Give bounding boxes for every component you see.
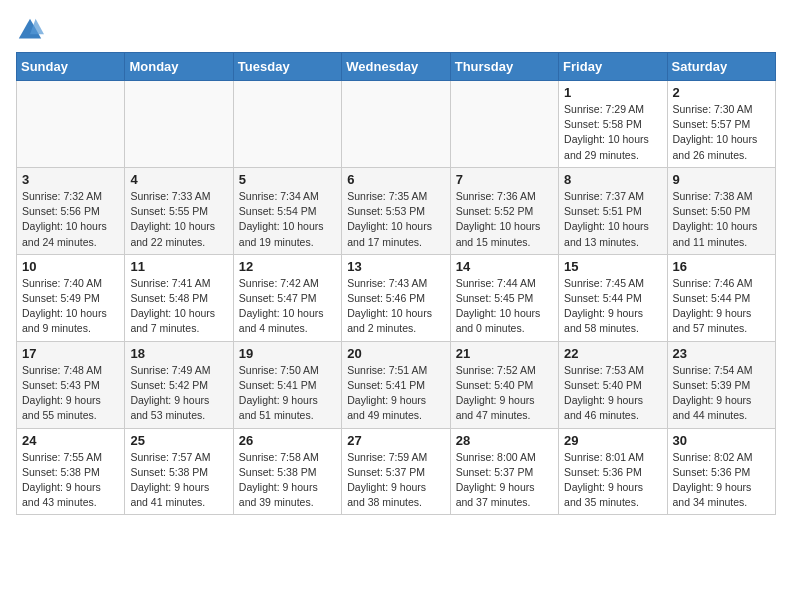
day-number: 30 — [673, 433, 770, 448]
day-info: Sunrise: 7:53 AM Sunset: 5:40 PM Dayligh… — [564, 363, 661, 424]
day-number: 10 — [22, 259, 119, 274]
day-number: 29 — [564, 433, 661, 448]
day-of-week-header: Monday — [125, 53, 233, 81]
day-info: Sunrise: 8:02 AM Sunset: 5:36 PM Dayligh… — [673, 450, 770, 511]
day-number: 26 — [239, 433, 336, 448]
day-number: 14 — [456, 259, 553, 274]
day-of-week-header: Friday — [559, 53, 667, 81]
day-info: Sunrise: 7:48 AM Sunset: 5:43 PM Dayligh… — [22, 363, 119, 424]
day-of-week-header: Wednesday — [342, 53, 450, 81]
day-info: Sunrise: 7:41 AM Sunset: 5:48 PM Dayligh… — [130, 276, 227, 337]
calendar-cell: 28Sunrise: 8:00 AM Sunset: 5:37 PM Dayli… — [450, 428, 558, 515]
day-number: 7 — [456, 172, 553, 187]
day-info: Sunrise: 8:00 AM Sunset: 5:37 PM Dayligh… — [456, 450, 553, 511]
day-number: 16 — [673, 259, 770, 274]
day-info: Sunrise: 8:01 AM Sunset: 5:36 PM Dayligh… — [564, 450, 661, 511]
day-number: 17 — [22, 346, 119, 361]
day-number: 28 — [456, 433, 553, 448]
calendar-cell: 6Sunrise: 7:35 AM Sunset: 5:53 PM Daylig… — [342, 167, 450, 254]
calendar-week-row: 10Sunrise: 7:40 AM Sunset: 5:49 PM Dayli… — [17, 254, 776, 341]
day-info: Sunrise: 7:58 AM Sunset: 5:38 PM Dayligh… — [239, 450, 336, 511]
day-info: Sunrise: 7:44 AM Sunset: 5:45 PM Dayligh… — [456, 276, 553, 337]
day-number: 3 — [22, 172, 119, 187]
day-number: 12 — [239, 259, 336, 274]
calendar-cell: 12Sunrise: 7:42 AM Sunset: 5:47 PM Dayli… — [233, 254, 341, 341]
day-info: Sunrise: 7:51 AM Sunset: 5:41 PM Dayligh… — [347, 363, 444, 424]
day-info: Sunrise: 7:29 AM Sunset: 5:58 PM Dayligh… — [564, 102, 661, 163]
day-number: 1 — [564, 85, 661, 100]
day-number: 18 — [130, 346, 227, 361]
calendar-cell: 21Sunrise: 7:52 AM Sunset: 5:40 PM Dayli… — [450, 341, 558, 428]
day-of-week-header: Tuesday — [233, 53, 341, 81]
day-number: 20 — [347, 346, 444, 361]
calendar-cell: 16Sunrise: 7:46 AM Sunset: 5:44 PM Dayli… — [667, 254, 775, 341]
calendar-cell: 4Sunrise: 7:33 AM Sunset: 5:55 PM Daylig… — [125, 167, 233, 254]
day-of-week-header: Thursday — [450, 53, 558, 81]
calendar-cell — [17, 81, 125, 168]
calendar-cell: 19Sunrise: 7:50 AM Sunset: 5:41 PM Dayli… — [233, 341, 341, 428]
day-number: 22 — [564, 346, 661, 361]
day-number: 4 — [130, 172, 227, 187]
calendar-cell: 7Sunrise: 7:36 AM Sunset: 5:52 PM Daylig… — [450, 167, 558, 254]
calendar-cell: 15Sunrise: 7:45 AM Sunset: 5:44 PM Dayli… — [559, 254, 667, 341]
day-number: 25 — [130, 433, 227, 448]
day-info: Sunrise: 7:57 AM Sunset: 5:38 PM Dayligh… — [130, 450, 227, 511]
day-info: Sunrise: 7:33 AM Sunset: 5:55 PM Dayligh… — [130, 189, 227, 250]
day-number: 11 — [130, 259, 227, 274]
calendar-cell — [450, 81, 558, 168]
day-number: 15 — [564, 259, 661, 274]
day-info: Sunrise: 7:52 AM Sunset: 5:40 PM Dayligh… — [456, 363, 553, 424]
day-info: Sunrise: 7:55 AM Sunset: 5:38 PM Dayligh… — [22, 450, 119, 511]
day-number: 21 — [456, 346, 553, 361]
calendar-cell — [233, 81, 341, 168]
day-info: Sunrise: 7:30 AM Sunset: 5:57 PM Dayligh… — [673, 102, 770, 163]
day-number: 5 — [239, 172, 336, 187]
day-info: Sunrise: 7:38 AM Sunset: 5:50 PM Dayligh… — [673, 189, 770, 250]
calendar-cell: 20Sunrise: 7:51 AM Sunset: 5:41 PM Dayli… — [342, 341, 450, 428]
day-number: 23 — [673, 346, 770, 361]
day-info: Sunrise: 7:46 AM Sunset: 5:44 PM Dayligh… — [673, 276, 770, 337]
calendar-table: SundayMondayTuesdayWednesdayThursdayFrid… — [16, 52, 776, 515]
calendar-cell — [342, 81, 450, 168]
day-info: Sunrise: 7:43 AM Sunset: 5:46 PM Dayligh… — [347, 276, 444, 337]
day-info: Sunrise: 7:36 AM Sunset: 5:52 PM Dayligh… — [456, 189, 553, 250]
calendar-cell: 13Sunrise: 7:43 AM Sunset: 5:46 PM Dayli… — [342, 254, 450, 341]
day-number: 2 — [673, 85, 770, 100]
day-number: 13 — [347, 259, 444, 274]
calendar-cell: 23Sunrise: 7:54 AM Sunset: 5:39 PM Dayli… — [667, 341, 775, 428]
calendar-cell: 17Sunrise: 7:48 AM Sunset: 5:43 PM Dayli… — [17, 341, 125, 428]
day-number: 9 — [673, 172, 770, 187]
day-number: 8 — [564, 172, 661, 187]
day-info: Sunrise: 7:34 AM Sunset: 5:54 PM Dayligh… — [239, 189, 336, 250]
day-of-week-header: Sunday — [17, 53, 125, 81]
calendar-cell: 25Sunrise: 7:57 AM Sunset: 5:38 PM Dayli… — [125, 428, 233, 515]
day-number: 19 — [239, 346, 336, 361]
calendar-week-row: 1Sunrise: 7:29 AM Sunset: 5:58 PM Daylig… — [17, 81, 776, 168]
day-info: Sunrise: 7:42 AM Sunset: 5:47 PM Dayligh… — [239, 276, 336, 337]
calendar-cell: 2Sunrise: 7:30 AM Sunset: 5:57 PM Daylig… — [667, 81, 775, 168]
day-number: 27 — [347, 433, 444, 448]
calendar-cell: 8Sunrise: 7:37 AM Sunset: 5:51 PM Daylig… — [559, 167, 667, 254]
day-info: Sunrise: 7:32 AM Sunset: 5:56 PM Dayligh… — [22, 189, 119, 250]
calendar-cell: 18Sunrise: 7:49 AM Sunset: 5:42 PM Dayli… — [125, 341, 233, 428]
calendar-week-row: 24Sunrise: 7:55 AM Sunset: 5:38 PM Dayli… — [17, 428, 776, 515]
day-info: Sunrise: 7:37 AM Sunset: 5:51 PM Dayligh… — [564, 189, 661, 250]
day-info: Sunrise: 7:50 AM Sunset: 5:41 PM Dayligh… — [239, 363, 336, 424]
calendar-cell: 27Sunrise: 7:59 AM Sunset: 5:37 PM Dayli… — [342, 428, 450, 515]
calendar-cell: 9Sunrise: 7:38 AM Sunset: 5:50 PM Daylig… — [667, 167, 775, 254]
page-header — [16, 16, 776, 44]
calendar-cell: 29Sunrise: 8:01 AM Sunset: 5:36 PM Dayli… — [559, 428, 667, 515]
day-info: Sunrise: 7:40 AM Sunset: 5:49 PM Dayligh… — [22, 276, 119, 337]
calendar-cell: 3Sunrise: 7:32 AM Sunset: 5:56 PM Daylig… — [17, 167, 125, 254]
calendar-cell: 10Sunrise: 7:40 AM Sunset: 5:49 PM Dayli… — [17, 254, 125, 341]
calendar-cell: 11Sunrise: 7:41 AM Sunset: 5:48 PM Dayli… — [125, 254, 233, 341]
day-info: Sunrise: 7:35 AM Sunset: 5:53 PM Dayligh… — [347, 189, 444, 250]
calendar-week-row: 3Sunrise: 7:32 AM Sunset: 5:56 PM Daylig… — [17, 167, 776, 254]
calendar-cell: 26Sunrise: 7:58 AM Sunset: 5:38 PM Dayli… — [233, 428, 341, 515]
day-of-week-header: Saturday — [667, 53, 775, 81]
calendar-cell: 24Sunrise: 7:55 AM Sunset: 5:38 PM Dayli… — [17, 428, 125, 515]
calendar-cell: 14Sunrise: 7:44 AM Sunset: 5:45 PM Dayli… — [450, 254, 558, 341]
logo — [16, 16, 48, 44]
calendar-cell: 5Sunrise: 7:34 AM Sunset: 5:54 PM Daylig… — [233, 167, 341, 254]
calendar-cell: 22Sunrise: 7:53 AM Sunset: 5:40 PM Dayli… — [559, 341, 667, 428]
